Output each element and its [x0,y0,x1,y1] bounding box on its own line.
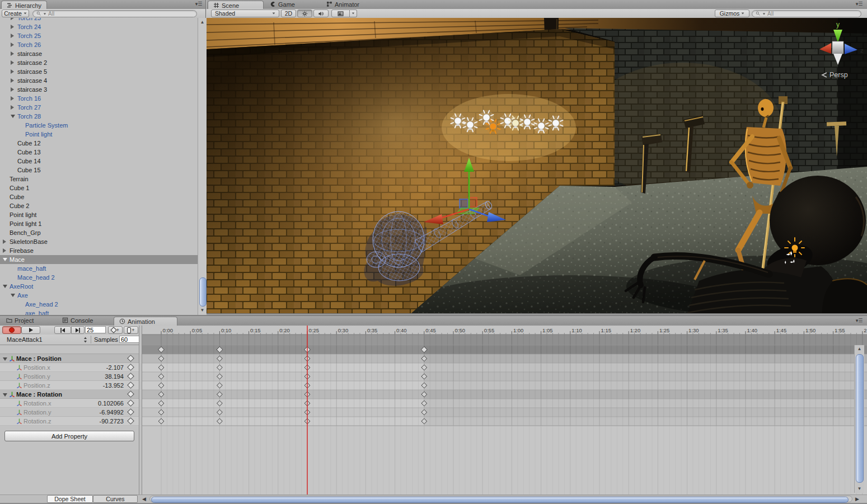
dopesheet-hscroll-thumb[interactable] [151,497,849,503]
hierarchy-scroll-thumb[interactable] [199,277,207,307]
scene-search-input[interactable]: All [752,10,861,17]
hierarchy-item[interactable]: staircase 3 [0,85,198,94]
expand-arrow-icon[interactable] [3,239,6,244]
hscroll-left-icon[interactable]: ◀ [142,496,146,502]
hierarchy-item[interactable]: Bench_Grp [0,228,198,237]
expand-arrow-icon[interactable] [11,34,14,38]
property-value[interactable]: -90.2723 [100,418,124,425]
record-button[interactable] [2,326,21,334]
tab-game[interactable]: Game [265,0,318,8]
hierarchy-item[interactable]: Point light [0,130,198,139]
property-value[interactable]: -6.94992 [100,409,124,416]
hierarchy-item[interactable]: Firebase [0,246,198,255]
keyframe-diamond-icon[interactable] [127,408,134,416]
scroll-down-icon[interactable]: ▼ [855,486,864,492]
hierarchy-scrollbar[interactable]: ▲ ▼ [198,18,207,315]
anim-property-row[interactable]: Rotation.x0.102066 [0,399,139,408]
expand-arrow-icon[interactable] [3,248,6,253]
hscroll-right-icon[interactable]: ▶ [855,496,859,502]
prev-keyframe-button[interactable] [54,326,71,334]
keyframe-diamond-icon[interactable] [127,364,134,371]
tab-scene[interactable]: Scene [208,1,264,10]
shading-mode-dropdown[interactable]: Shaded [211,10,279,17]
dope-sheet[interactable]: 0:000:050:100:150:200:250:300:350:400:45… [142,326,867,494]
collapse-arrow-icon[interactable] [3,393,7,397]
dopesheet-horizontal-scrollbar[interactable] [149,496,852,502]
anim-property-row[interactable]: Position.y38.194 [0,372,139,381]
hierarchy-item[interactable]: Axe [0,291,198,300]
hierarchy-item[interactable]: Point light 1 [0,219,198,228]
hierarchy-search-input[interactable]: All [32,10,197,17]
expand-arrow-icon[interactable] [11,87,14,92]
hierarchy-panel-menu-icon[interactable]: ▾☰ [193,1,204,7]
tab-project[interactable]: Project [1,316,59,324]
expand-arrow-icon[interactable] [11,25,14,29]
dopesheet-vertical-scrollbar[interactable]: ▲ ▼ [854,345,864,493]
point-light-gizmo[interactable] [534,119,549,133]
keyframe-diamond-icon[interactable] [127,373,134,380]
effects-dropdown-button[interactable] [350,10,357,17]
hierarchy-item[interactable]: Torch 27 [0,103,198,112]
hierarchy-item[interactable]: Point light [0,210,198,219]
scroll-up-icon[interactable]: ▲ [198,19,207,26]
dopesheet-vscroll-thumb[interactable] [856,354,864,483]
hierarchy-item[interactable]: Cube 14 [0,157,198,166]
expand-arrow-icon[interactable] [11,18,14,20]
clip-dropdown[interactable]: MaceAttack1 [0,335,90,345]
next-keyframe-button[interactable] [71,326,85,334]
point-light-gizmo[interactable] [463,117,477,132]
keyframe-diamond-icon[interactable] [127,390,134,398]
audio-toggle-button[interactable] [313,10,329,17]
add-keyframe-button[interactable]: + [108,326,123,334]
scene-viewport[interactable]: y x z Persp [207,18,867,313]
tab-hierarchy[interactable]: Hierarchy [1,1,47,10]
hierarchy-item[interactable]: axe_haft [0,309,198,315]
create-button[interactable]: Create [2,10,29,17]
collapse-arrow-icon[interactable] [3,357,7,361]
hierarchy-item[interactable]: SkeletonBase [0,237,198,246]
samples-field[interactable] [119,336,139,343]
2d-toggle-button[interactable]: 2D [281,10,296,17]
hierarchy-item[interactable]: Axe_head 2 [0,300,198,309]
hierarchy-item[interactable]: Cube 1 [0,183,198,192]
anim-property-row[interactable]: Position.x-2.107 [0,363,139,372]
tab-animator[interactable]: Animator [321,0,383,8]
hierarchy-item[interactable]: staircase 2 [0,58,198,67]
hierarchy-item[interactable]: Mace [0,255,198,264]
hierarchy-item[interactable]: Torch 16 [0,94,198,103]
collapse-arrow-icon[interactable] [3,258,7,261]
hierarchy-item[interactable]: Particle System [0,121,198,130]
curves-button[interactable]: Curves [93,495,138,503]
hierarchy-item[interactable]: Torch 23 [0,18,198,22]
property-value[interactable]: -2.107 [106,364,124,371]
expand-arrow-icon[interactable] [11,43,14,47]
collapse-arrow-icon[interactable] [3,285,7,288]
expand-arrow-icon[interactable] [11,51,14,56]
hierarchy-item[interactable]: Cube [0,192,198,201]
hierarchy-item[interactable]: mace_haft [0,264,198,273]
scene-panel-menu-icon[interactable]: ▾☰ [854,1,865,7]
add-event-button[interactable]: + [124,326,138,334]
hierarchy-item[interactable]: Cube 2 [0,201,198,210]
tab-console[interactable]: Console [57,316,116,324]
scroll-up-icon[interactable]: ▲ [855,346,864,352]
keyframe-diamond-icon[interactable] [127,355,134,362]
effects-toggle-button[interactable] [331,10,350,17]
anim-property-group-row[interactable]: Mace : Rotation [0,390,139,399]
collapse-arrow-icon[interactable] [11,115,15,118]
hierarchy-item[interactable]: Torch 25 [0,31,198,40]
lighting-toggle-button[interactable] [297,10,312,17]
hierarchy-item[interactable]: Mace_head 2 [0,273,198,282]
play-button[interactable] [21,326,40,334]
hierarchy-item[interactable]: Terrain [0,175,198,183]
anim-property-row[interactable]: Position.z-13.952 [0,381,139,390]
animation-panel-menu-icon[interactable]: ▾☰ [854,318,865,324]
property-value[interactable]: 0.102066 [98,400,124,407]
anim-property-row[interactable]: Rotation.y-6.94992 [0,408,139,417]
hierarchy-item[interactable]: Torch 24 [0,22,198,31]
hierarchy-item[interactable]: Cube 13 [0,148,198,157]
anim-property-group-row[interactable]: Mace : Position [0,354,139,363]
point-light-gizmo[interactable] [451,114,465,128]
expand-arrow-icon[interactable] [11,96,14,101]
scroll-down-icon[interactable]: ▼ [198,307,207,314]
